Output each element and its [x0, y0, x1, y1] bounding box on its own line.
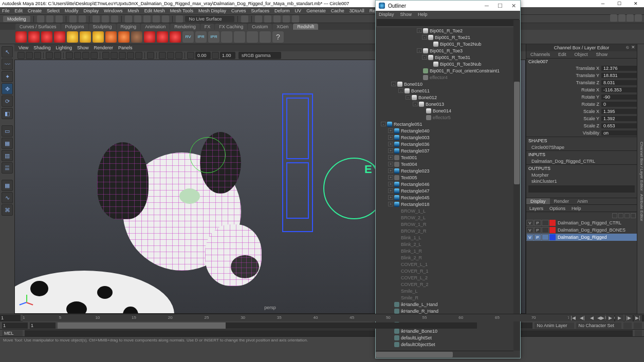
hypershade-icon[interactable]	[283, 15, 290, 23]
camera-select-icon[interactable]	[17, 52, 25, 59]
smooth-shade-icon[interactable]	[111, 52, 118, 59]
panel-menu-renderer[interactable]: Renderer	[94, 45, 113, 50]
outliner-item[interactable]: - Bip001_R_Toe3	[376, 47, 520, 54]
shelf-btn-12[interactable]	[157, 31, 168, 43]
cb-tab-channels[interactable]: Channels	[526, 51, 554, 58]
outliner-item[interactable]: + Text001	[376, 154, 520, 161]
outliner-item[interactable]: - Bip001_R_Toe21	[376, 34, 520, 41]
outliner-item[interactable]: ikHandle_Bone10	[376, 328, 520, 334]
expand-toggle[interactable]: +	[388, 182, 393, 186]
outliner-close[interactable]: ✕	[507, 1, 520, 11]
range-start-field[interactable]: 1	[2, 322, 28, 329]
layer-color-swatch[interactable]	[549, 227, 556, 233]
layer-display-type[interactable]	[542, 220, 549, 226]
layer-display-type[interactable]	[542, 234, 549, 240]
facial-slider-control[interactable]	[282, 93, 313, 232]
select-tool[interactable]: ↖	[2, 46, 13, 58]
outliner-item[interactable]: - Bone010	[376, 81, 520, 87]
step-back-icon[interactable]: ◀	[587, 314, 596, 321]
snap-curve-icon[interactable]	[134, 15, 141, 23]
outliner-item[interactable]: ikHandle_L_Hand	[376, 301, 520, 308]
expand-toggle[interactable]: -	[391, 82, 396, 86]
layer-name[interactable]: Dalmatian_Dog_Rigged_CTRL	[556, 220, 637, 225]
outliner-item[interactable]: BROW_1_R	[376, 221, 520, 227]
character-set-combo[interactable]: No Character Set	[576, 322, 621, 329]
outliner-item[interactable]: Smile_L	[376, 288, 520, 294]
menu-create[interactable]: Create	[28, 8, 42, 13]
outliner-menu-show[interactable]: Show	[400, 12, 412, 17]
gamma-field[interactable]: 1.00	[220, 52, 235, 59]
outliner-titlebar[interactable]: Outliner ─ ☐ ✕	[376, 1, 520, 11]
expand-toggle[interactable]: +	[388, 162, 393, 166]
step-forward-icon[interactable]: ▶	[615, 314, 623, 321]
expand-toggle[interactable]: -	[417, 48, 422, 53]
shelf-btn-1[interactable]	[15, 31, 27, 43]
move-tool[interactable]: ✥	[2, 83, 13, 94]
layer-tab-render[interactable]: Render	[550, 198, 574, 204]
isolate-icon[interactable]	[147, 52, 154, 59]
cb-attr-value[interactable]: 1.392	[601, 116, 637, 121]
menu-generate[interactable]: Generate	[306, 8, 326, 13]
expand-toggle[interactable]: -	[422, 55, 427, 60]
shelf-btn-4[interactable]	[54, 31, 65, 43]
expand-toggle[interactable]: -	[422, 35, 427, 40]
layer-row[interactable]: V P Dalmatian_Dog_Rigged	[526, 234, 637, 241]
shelf-btn-7[interactable]	[93, 31, 104, 43]
outliner-menu-display[interactable]: Display	[379, 12, 394, 17]
window-maximize[interactable]: ☐	[611, 0, 628, 7]
layout-four[interactable]: ▦	[2, 138, 13, 149]
shelf-btn-5[interactable]	[67, 31, 78, 43]
2d-pan-icon[interactable]	[46, 52, 53, 59]
outliner-item[interactable]: defaultObjectSet	[376, 341, 520, 348]
open-scene-icon[interactable]	[46, 15, 53, 23]
menu-deform[interactable]: Deform	[274, 8, 290, 13]
snap-plane-icon[interactable]	[153, 15, 160, 23]
shelf-btn-3[interactable]	[41, 31, 52, 43]
outliner-item[interactable]: Bip001_R_Toe2Nub	[376, 41, 520, 47]
menu-uv[interactable]: UV	[295, 8, 302, 13]
resolution-gate-icon[interactable]	[82, 52, 89, 59]
layer-row[interactable]: V P Dalmatian_Dog_Rigged_CTRL	[526, 219, 637, 226]
layer-visibility-toggle[interactable]: V	[526, 227, 533, 233]
layer-visibility-toggle[interactable]: V	[526, 220, 533, 226]
layer-playback-toggle[interactable]: P	[534, 234, 541, 240]
menu-3dtoall[interactable]: 3DtoAll	[349, 8, 364, 13]
outliner-item[interactable]: + Text004	[376, 161, 520, 167]
cb-node-name[interactable]: Circle007	[526, 59, 637, 65]
film-gate-icon[interactable]	[74, 52, 81, 59]
cb-output-2[interactable]: skinCluster1	[526, 178, 637, 184]
shelf-tab-fx[interactable]: FX	[200, 24, 215, 30]
cb-attr-value[interactable]: -90	[601, 94, 637, 100]
cb-attr-value[interactable]: 12.376	[601, 66, 637, 71]
play-back-icon[interactable]: ◀▶	[597, 314, 605, 321]
outliner-item[interactable]: - Bone012	[376, 94, 520, 101]
snap-live-icon[interactable]	[162, 15, 169, 23]
live-surface-combo[interactable]: No Live Surface	[185, 16, 234, 22]
time-ruler[interactable]: 15101520253035404550556065707580	[23, 314, 604, 321]
menu-windows[interactable]: Windows	[104, 8, 123, 13]
expand-toggle[interactable]: +	[388, 155, 393, 160]
shelf-btn-14[interactable]	[221, 31, 232, 43]
cb-attr-value[interactable]: 0.653	[601, 123, 637, 128]
shelf-btn-ipr2[interactable]: IPR	[208, 31, 219, 43]
outliner-scroll-vert[interactable]	[513, 20, 520, 351]
cb-input-name[interactable]: Dalmatian_Dog_Rigged_CTRL	[526, 158, 637, 164]
shelf-btn-2[interactable]	[28, 31, 40, 43]
cb-attr-value[interactable]: 8.031	[601, 80, 637, 85]
outliner-item[interactable]: Bip001_R_Foot_orientConstraint1	[376, 67, 520, 74]
redo-icon[interactable]	[79, 15, 86, 23]
lasso-tool[interactable]: 〰	[2, 59, 13, 70]
lasso-icon[interactable]	[102, 15, 109, 23]
save-scene-icon[interactable]	[56, 15, 63, 23]
shelf-btn-11[interactable]	[144, 31, 155, 43]
menu-mesh[interactable]: Mesh	[128, 8, 139, 13]
outliner-item[interactable]: effector4	[376, 74, 520, 81]
playback-start-field[interactable]: 1	[30, 322, 56, 329]
toggle-attribute-editor-icon[interactable]	[618, 14, 625, 22]
outliner-item[interactable]: COVER_R_2	[376, 281, 520, 288]
panel-menu-shading[interactable]: Shading	[33, 45, 50, 50]
outliner-item[interactable]: Bip001_R_Toe3Nub	[376, 61, 520, 67]
scale-tool[interactable]: ◧	[2, 108, 13, 119]
menu-cache[interactable]: Cache	[331, 8, 344, 13]
cb-attr-value[interactable]: 18.831	[601, 73, 637, 78]
